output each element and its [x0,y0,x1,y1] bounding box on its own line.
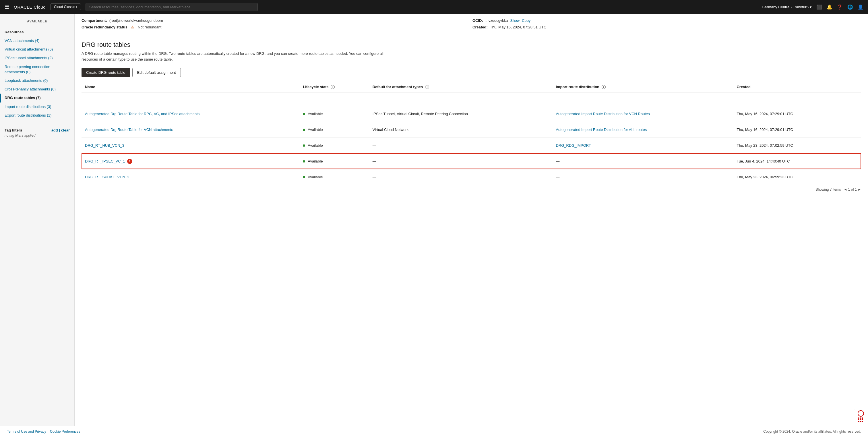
table-row: Autogenerated Drg Route Table for VCN at… [82,122,861,137]
globe-icon[interactable]: 🌐 [847,4,853,10]
help-icon[interactable]: ❓ [837,4,843,10]
sidebar-item-cross-tenancy[interactable]: Cross-tenancy attachments (0) [0,85,74,94]
row-1-name-link[interactable]: Autogenerated Drg Route Table for RPC, V… [85,112,199,116]
resources-section-title: Resources [0,26,74,36]
oracle-logo: ORACLE Cloud [14,5,45,9]
created-label: Created: [472,25,488,29]
default-attach-info-icon[interactable]: i [425,85,429,89]
row-2-created: Thu, May 16, 2024, 07:29:01 UTC [733,122,847,137]
sidebar-available-label: AVAILABLE [0,19,74,26]
console-icon[interactable]: ⬛ [816,4,822,10]
oci-helper-ring-icon [858,410,864,416]
row-2-name-link[interactable]: Autogenerated Drg Route Table for VCN at… [85,127,173,132]
redundancy-value: Not redundant [138,25,161,29]
compartment-label: Compartment: [82,19,107,23]
tag-filters-label: Tag filters [5,128,22,132]
row-4-status-dot [303,160,305,162]
row-3-actions-button[interactable]: ⋮ [850,141,858,150]
row-2-actions-button[interactable]: ⋮ [850,125,858,134]
row-4-badge: 1 [127,159,132,164]
sidebar-item-remote-peering[interactable]: Remote peering connection attachments (0… [0,63,74,76]
region-selector[interactable]: Germany Central (Frankfurt) ▾ [762,5,812,9]
sidebar-item-ipsec-tunnel[interactable]: IPSec tunnel attachments (2) [0,54,74,62]
row-4-default-attach: — [369,153,553,169]
row-5-created: Thu, May 23, 2024, 06:59:23 UTC [733,169,847,185]
tag-clear-link[interactable]: clear [61,128,70,132]
oci-helper-grid-icon [858,417,863,422]
table-row-empty [82,92,861,106]
table-row: DRG_RT_HUB_VCN_3 Available — DRG_RDG_IMP… [82,137,861,153]
oci-helper-widget[interactable] [854,409,868,423]
tag-add-link[interactable]: add [51,128,58,132]
row-3-created: Thu, May 23, 2024, 07:02:59 UTC [733,137,847,153]
user-icon[interactable]: 👤 [858,4,863,10]
edit-default-assignment-button[interactable]: Edit default assignment [132,68,181,77]
col-header-import-route: Import route distribution i [552,82,733,92]
col-header-default-attach: Default for attachment types i [369,82,553,92]
row-2-status-dot [303,129,305,131]
sidebar-item-export-route[interactable]: Export route distributions (1) [0,111,74,120]
col-header-created: Created [733,82,847,92]
row-5-status-text: Available [308,175,323,179]
compartment-value: (root)/network/iwanhoogendoorn [110,19,163,23]
row-2-import-route-link[interactable]: Autogenerated Import Route Distribution … [556,127,647,132]
row-5-status-dot [303,176,305,178]
row-1-import-route-link[interactable]: Autogenerated Import Route Distribution … [556,112,650,116]
lifecycle-info-icon[interactable]: i [331,85,335,89]
row-3-default-attach: — [369,137,553,153]
col-header-actions [847,82,861,92]
sidebar-divider [5,122,70,122]
ocid-copy-link[interactable]: Copy [522,19,530,23]
tag-filters-section: Tag filters add | clear no tag filters a… [0,125,74,141]
import-route-info-icon[interactable]: i [601,85,606,89]
toolbar: Create DRG route table Edit default assi… [82,68,861,77]
row-4-created: Tue, Jun 4, 2024, 14:40:40 UTC [733,153,847,169]
created-value: Thu, May 16, 2024, 07:28:51 UTC [490,25,547,29]
sidebar: AVAILABLE Resources VCN attachments (4) … [0,14,74,437]
row-3-name-link[interactable]: DRG_RT_HUB_VCN_3 [85,143,124,148]
page-description: A DRG route table manages routing within… [82,51,397,62]
row-3-import-route-link[interactable]: DRG_RDG_IMPORT [556,143,591,148]
page-title: DRG route tables [82,41,861,49]
terms-link[interactable]: Terms of Use and Privacy [7,430,46,434]
row-3-status-dot [303,145,305,147]
col-header-lifecycle: Lifecycle state i [299,82,369,92]
redundancy-label: Oracle redundancy status: [82,25,129,29]
sidebar-item-virtual-circuit[interactable]: Virtual circuit attachments (0) [0,45,74,54]
cloud-classic-button[interactable]: Cloud Classic › [50,3,81,10]
top-navigation: ☰ ORACLE Cloud Cloud Classic › Germany C… [0,0,868,14]
sidebar-item-import-route[interactable]: Import route distributions (3) [0,102,74,111]
row-1-default-attach: IPSec Tunnel, Virtual Circuit, Remote Pe… [369,106,553,122]
ocid-label: OCID: [472,19,483,23]
row-1-created: Thu, May 16, 2024, 07:29:01 UTC [733,106,847,122]
bell-icon[interactable]: 🔔 [827,4,832,10]
row-4-actions-button[interactable]: ⋮ [850,157,858,166]
row-1-actions-button[interactable]: ⋮ [850,110,858,118]
hamburger-menu-icon[interactable]: ☰ [5,4,9,10]
tag-filter-none-label: no tag filters applied [5,133,70,137]
col-header-name: Name [82,82,299,92]
table-showing: Showing 7 items ◄ 1 of 1 ► [82,185,861,194]
sidebar-item-drg-route-tables[interactable]: DRG route tables (7) [0,94,74,102]
row-5-actions-button[interactable]: ⋮ [850,173,858,182]
row-5-default-attach: — [369,169,553,185]
row-1-status-dot [303,113,305,115]
content-area: Compartment: (root)/network/iwanhoogendo… [74,14,868,437]
cookie-preferences-link[interactable]: Cookie Preferences [50,430,80,434]
sidebar-item-loopback[interactable]: Loopback attachments (0) [0,76,74,85]
create-drg-route-table-button[interactable]: Create DRG route table [82,68,130,77]
warning-icon: ⚠ [131,25,134,29]
footer-left: Terms of Use and Privacy Cookie Preferen… [7,430,80,434]
row-5-name-link[interactable]: DRG_RT_SPOKE_VCN_2 [85,175,129,179]
table-row: DRG_RT_SPOKE_VCN_2 Available — — Thu, Ma… [82,169,861,185]
row-5-import-route: — [552,169,733,185]
table-row-highlighted: DRG_RT_IPSEC_VC_1 1 Available — — Tue, J… [82,153,861,169]
ocid-show-link[interactable]: Show [510,19,520,23]
search-input[interactable] [86,3,258,11]
sidebar-item-vcn-attachments[interactable]: VCN attachments (4) [0,36,74,45]
row-3-status-text: Available [308,143,323,148]
footer-copyright: Copyright © 2024, Oracle and/or its affi… [763,430,861,434]
row-4-name-link[interactable]: DRG_RT_IPSEC_VC_1 [85,159,125,163]
page-content: DRG route tables A DRG route table manag… [74,34,868,201]
row-2-status-text: Available [308,127,323,132]
